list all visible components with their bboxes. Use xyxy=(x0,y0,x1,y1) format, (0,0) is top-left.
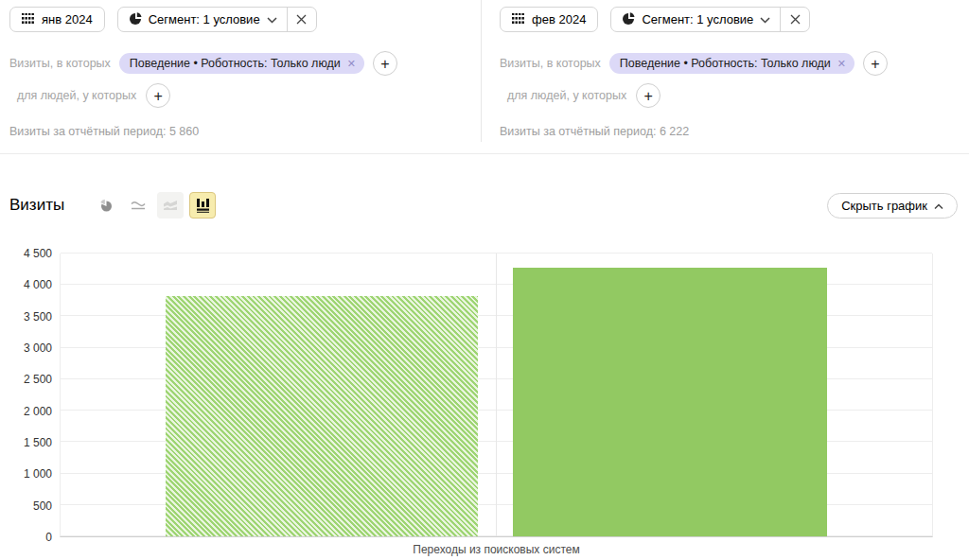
people-condition-label: для людей, у которых xyxy=(507,89,626,102)
chevron-down-icon xyxy=(267,12,277,26)
segment-condition-chip[interactable]: Поведение • Роботность: Только люди ✕ xyxy=(119,53,364,74)
hide-chart-button[interactable]: Скрыть график xyxy=(827,193,958,219)
segment-condition-chip[interactable]: Поведение • Роботность: Только люди ✕ xyxy=(609,53,854,74)
add-people-condition-button[interactable]: + xyxy=(636,83,661,108)
plot-center-divider xyxy=(496,254,497,536)
comparison-panel-a: янв 2024 Сегмент: 1 условие Визиты, в ко… xyxy=(0,0,481,153)
y-tick-label: 1 500 xyxy=(24,436,52,449)
comparison-panel-b: фев 2024 Сегмент: 1 условие Визиты, в ко… xyxy=(481,0,969,153)
segment-control: Сегмент: 1 условие xyxy=(117,7,317,32)
area-chart-icon[interactable] xyxy=(157,192,184,219)
hide-chart-label: Скрыть график xyxy=(841,199,927,213)
people-condition-label: для людей, у которых xyxy=(17,89,136,102)
chart-type-switcher xyxy=(93,192,216,219)
visits-condition-label: Визиты, в которых xyxy=(9,57,111,70)
panel-divider xyxy=(481,0,482,142)
period-visits-label: Визиты за отчётный период: xyxy=(500,125,656,138)
calendar-grid-icon xyxy=(512,12,524,26)
y-axis: 05001 0001 5002 0002 5003 0003 5004 0004… xyxy=(0,254,52,537)
chip-label: Поведение • Роботность: Только люди xyxy=(130,57,341,70)
date-range-label: фев 2024 xyxy=(532,12,586,26)
period-visits-value: 5 860 xyxy=(169,125,199,138)
y-tick-label: 4 500 xyxy=(24,247,52,260)
close-icon xyxy=(296,11,307,28)
y-tick-label: 3 500 xyxy=(24,310,52,324)
segment-label: Сегмент: 1 условие xyxy=(149,12,260,26)
chip-remove-icon[interactable]: ✕ xyxy=(837,58,846,70)
chevron-up-icon xyxy=(934,199,943,213)
close-icon xyxy=(790,11,801,28)
bar-chart-icon[interactable] xyxy=(189,192,216,219)
add-people-condition-button[interactable]: + xyxy=(146,83,170,108)
line-chart-icon[interactable] xyxy=(125,192,151,219)
y-tick-label: 0 xyxy=(45,531,52,544)
date-range-button[interactable]: фев 2024 xyxy=(500,7,598,32)
segment-button[interactable]: Сегмент: 1 условие xyxy=(611,8,780,31)
chevron-down-icon xyxy=(760,12,770,26)
y-tick-label: 3 000 xyxy=(24,341,52,355)
add-visit-condition-button[interactable]: + xyxy=(863,51,888,76)
pie-segment-icon xyxy=(622,11,635,28)
segment-close-button[interactable] xyxy=(780,8,809,31)
visits-condition-label: Визиты, в которых xyxy=(500,57,601,70)
chip-label: Поведение • Роботность: Только люди xyxy=(620,57,831,70)
add-visit-condition-button[interactable]: + xyxy=(373,51,397,76)
date-range-label: янв 2024 xyxy=(42,12,93,26)
plot-area xyxy=(60,254,933,537)
date-range-button[interactable]: янв 2024 xyxy=(9,7,105,32)
bar-feb-2024[interactable] xyxy=(513,268,827,536)
chart-header: Визиты Скрыть график xyxy=(9,192,958,219)
bar-chart: 05001 0001 5002 0002 5003 0003 5004 0004… xyxy=(0,254,969,560)
chip-remove-icon[interactable]: ✕ xyxy=(347,58,356,70)
pie-segment-icon xyxy=(129,11,142,28)
calendar-grid-icon xyxy=(22,12,34,26)
period-visits: Визиты за отчётный период: 5 860 xyxy=(9,125,481,138)
period-visits: Визиты за отчётный период: 6 222 xyxy=(500,125,969,138)
segment-label: Сегмент: 1 условие xyxy=(642,12,753,26)
pie-chart-icon[interactable] xyxy=(93,192,119,219)
bar-jan-2024[interactable] xyxy=(166,296,479,536)
y-tick-label: 1 000 xyxy=(24,467,52,481)
chart-title: Визиты xyxy=(9,196,64,215)
x-axis-category-label: Переходы из поисковых систем xyxy=(60,543,933,556)
period-visits-value: 6 222 xyxy=(660,125,689,138)
y-tick-label: 500 xyxy=(33,499,52,513)
segment-close-button[interactable] xyxy=(287,8,316,31)
y-tick-label: 4 000 xyxy=(24,278,52,291)
y-tick-label: 2 500 xyxy=(24,373,52,386)
period-visits-label: Визиты за отчётный период: xyxy=(9,125,166,138)
segment-control: Сегмент: 1 условие xyxy=(610,7,810,32)
segment-button[interactable]: Сегмент: 1 условие xyxy=(118,8,287,31)
y-tick-label: 2 000 xyxy=(24,405,52,418)
comparison-section: янв 2024 Сегмент: 1 условие Визиты, в ко… xyxy=(0,0,969,154)
